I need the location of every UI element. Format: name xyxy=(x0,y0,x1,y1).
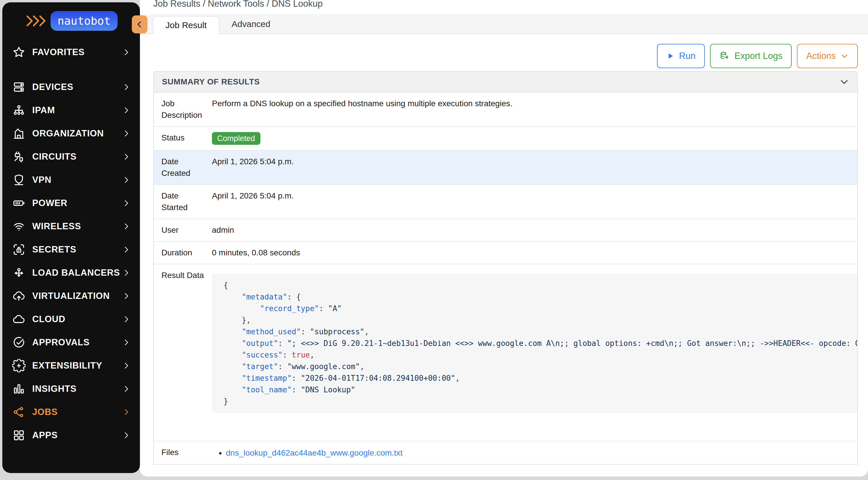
cloud-icon xyxy=(12,313,26,326)
result-data-json: { "metadata": { "record_type": "A" }, "m… xyxy=(212,274,857,413)
actions-button[interactable]: Actions xyxy=(797,44,858,68)
sidebar-item-favorites[interactable]: FAVORITES xyxy=(2,41,140,64)
row-value: Perform a DNS lookup on a specified host… xyxy=(212,98,857,121)
table-row-date-started: Date Started April 1, 2026 5:04 p.m. xyxy=(154,185,857,219)
sidebar-item-label: APPROVALS xyxy=(32,337,122,348)
content-area: Run Export Logs Actions SUMMARY OF RESUL… xyxy=(140,44,868,465)
chevron-right-icon xyxy=(122,129,131,138)
row-label: Duration xyxy=(161,247,205,259)
logo-chevrons-icon xyxy=(26,14,48,28)
breadcrumb[interactable]: Job Results / Network Tools / DNS Lookup xyxy=(153,0,868,9)
sidebar-item-power[interactable]: POWER xyxy=(2,192,140,215)
sidebar-item-label: VIRTUALIZATION xyxy=(32,291,122,301)
tab-advanced[interactable]: Advanced xyxy=(219,15,282,33)
sidebar-collapse-button[interactable] xyxy=(132,15,148,33)
sidebar-item-load-balancers[interactable]: LOAD BALANCERS xyxy=(2,261,140,284)
tab-job-result[interactable]: Job Result xyxy=(153,16,219,34)
table-row-date-created: Date Created April 1, 2026 5:04 p.m. xyxy=(154,151,857,185)
file-link[interactable]: dns_lookup_d462ac44ae4b_www.google.com.t… xyxy=(226,448,403,457)
chevron-right-icon xyxy=(122,175,131,184)
table-row-job-description: Job Description Perform a DNS lookup on … xyxy=(154,93,857,127)
run-button[interactable]: Run xyxy=(657,44,705,68)
sidebar-item-label: CLOUD xyxy=(32,314,122,324)
sidebar-item-devices[interactable]: DEVICES xyxy=(2,75,140,99)
table-row-status: Status Completed xyxy=(154,127,857,151)
table-row-duration: Duration 0 minutes, 0.08 seconds xyxy=(154,242,857,264)
chevron-right-icon xyxy=(122,385,131,393)
sidebar-item-extensibility[interactable]: EXTENSIBILITY xyxy=(2,354,140,377)
sidebar-item-label: CIRCUITS xyxy=(32,152,122,162)
file-list: dns_lookup_d462ac44ae4b_www.google.com.t… xyxy=(212,447,857,459)
app-window: nautobot FAVORITES DEVICES IPAM xyxy=(0,0,868,480)
sidebar-item-label: INSIGHTS xyxy=(32,384,122,394)
chevron-right-icon xyxy=(122,222,131,231)
sidebar-item-cloud[interactable]: CLOUD xyxy=(2,308,140,331)
nautobot-logo[interactable]: nautobot xyxy=(26,11,140,31)
sidebar-item-label: WIRELESS xyxy=(32,221,122,232)
chevron-right-icon xyxy=(122,338,131,347)
sidebar-item-virtualization[interactable]: VIRTUALIZATION xyxy=(2,284,140,308)
tab-bar: Job Result Advanced xyxy=(140,14,868,34)
chevron-right-icon xyxy=(122,152,131,161)
sidebar-item-ipam[interactable]: IPAM xyxy=(2,99,140,122)
sidebar-item-label: EXTENSIBILITY xyxy=(32,360,122,371)
sidebar-item-circuits[interactable]: CIRCUITS xyxy=(2,145,140,168)
check-circle-icon xyxy=(12,336,26,349)
shield-icon xyxy=(12,173,26,187)
table-row-result-data: Result Data { "metadata": { "record_type… xyxy=(154,264,857,441)
chevron-right-icon xyxy=(122,315,131,324)
chevron-down-icon xyxy=(840,52,848,60)
row-label: Status xyxy=(161,132,205,145)
chevron-right-icon xyxy=(122,199,131,207)
sitemap-icon xyxy=(12,104,26,117)
chevron-right-icon xyxy=(122,292,131,300)
bar-chart-icon xyxy=(12,382,26,395)
sidebar-item-vpn[interactable]: VPN xyxy=(2,168,140,192)
chevron-right-icon xyxy=(122,361,131,370)
logo-wordmark: nautobot xyxy=(51,11,118,31)
row-value: admin xyxy=(212,224,857,236)
export-logs-button-label: Export Logs xyxy=(735,51,782,61)
main-content: Job Results / Network Tools / DNS Lookup… xyxy=(140,0,868,477)
gear-icon xyxy=(12,359,26,372)
row-label: Date Created xyxy=(161,156,205,179)
sidebar-item-approvals[interactable]: APPROVALS xyxy=(2,331,140,354)
star-icon xyxy=(12,45,26,59)
sidebar-item-label: POWER xyxy=(32,198,122,209)
table-row-files: Files dns_lookup_d462ac44ae4b_www.google… xyxy=(154,441,857,464)
row-label: User xyxy=(161,224,205,236)
row-value: { "metadata": { "record_type": "A" }, "m… xyxy=(212,269,857,436)
collapse-chevron-icon[interactable] xyxy=(839,77,849,87)
sidebar-item-label: APPS xyxy=(32,430,122,441)
export-logs-button[interactable]: Export Logs xyxy=(710,44,792,68)
actions-button-label: Actions xyxy=(806,51,836,61)
row-label: Job Description xyxy=(161,98,205,121)
row-label: Result Data xyxy=(161,269,205,436)
chevron-left-icon xyxy=(135,20,145,29)
row-value: 0 minutes, 0.08 seconds xyxy=(212,247,857,259)
sidebar-item-insights[interactable]: INSIGHTS xyxy=(2,377,140,401)
sidebar-item-label: FAVORITES xyxy=(32,47,122,58)
row-label: Files xyxy=(161,447,205,459)
chevron-right-icon xyxy=(122,106,131,115)
load-balancer-icon xyxy=(12,266,26,280)
play-icon xyxy=(666,52,674,60)
row-value: April 1, 2026 5:04 p.m. xyxy=(212,190,857,213)
building-icon xyxy=(12,127,26,140)
sidebar-item-jobs[interactable]: JOBS xyxy=(2,401,140,424)
sidebar-item-organization[interactable]: ORGANIZATION xyxy=(2,122,140,145)
database-export-icon xyxy=(719,51,730,61)
server-icon xyxy=(12,81,26,94)
sidebar-item-wireless[interactable]: WIRELESS xyxy=(2,215,140,238)
status-badge: Completed xyxy=(212,132,260,145)
sidebar-item-apps[interactable]: APPS xyxy=(2,424,140,447)
sidebar-item-label: DEVICES xyxy=(32,82,122,92)
sidebar-item-secrets[interactable]: SECRETS xyxy=(2,238,140,261)
row-value: April 1, 2026 5:04 p.m. xyxy=(212,156,857,179)
summary-panel: SUMMARY OF RESULTS Job Description Perfo… xyxy=(153,71,858,465)
chevron-right-icon xyxy=(122,431,131,440)
summary-panel-header[interactable]: SUMMARY OF RESULTS xyxy=(154,72,857,93)
chevron-right-icon xyxy=(122,408,131,416)
plug-icon xyxy=(12,150,26,163)
sidebar-item-label: SECRETS xyxy=(32,244,122,255)
